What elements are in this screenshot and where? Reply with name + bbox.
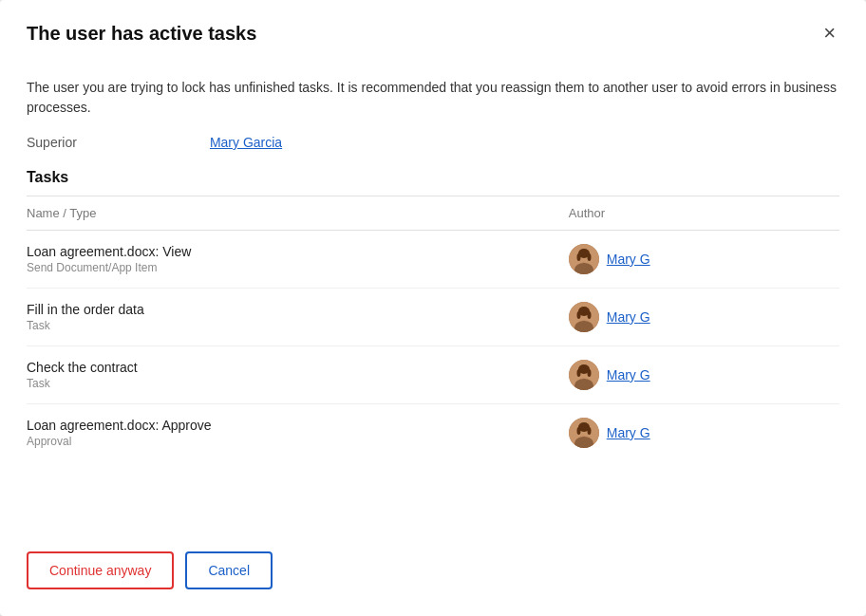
warning-text: The user you are trying to lock has unfi… [27,78,839,118]
task-name-cell: Fill in the order data Task [27,289,557,346]
superior-row: Superior Mary Garcia [27,135,839,150]
author-cell: Mary G [557,360,828,390]
svg-point-12 [576,311,580,319]
author-link[interactable]: Mary G [607,252,650,267]
task-name: Loan agreement.docx: Approve [27,418,546,433]
dialog-title: The user has active tasks [27,23,256,45]
author-link[interactable]: Mary G [607,425,650,440]
superior-link[interactable]: Mary Garcia [210,135,282,150]
column-header-author: Author [557,196,839,231]
dialog-footer: Continue anyway Cancel [0,532,866,616]
task-name-cell: Check the contract Task [27,346,557,404]
dialog-header: The user has active tasks × [0,0,866,61]
table-row: Loan agreement.docx: View Send Document/… [27,231,839,289]
svg-point-26 [576,427,580,435]
author-cell: Mary G [557,418,828,448]
author-link[interactable]: Mary G [607,367,650,383]
svg-point-5 [576,253,580,261]
task-author-cell: Mary G [557,289,839,346]
tasks-section: Tasks Name / Type Author Loan agreement.… [27,169,839,461]
task-type: Task [27,319,546,332]
author-cell: Mary G [557,302,828,332]
table-row: Loan agreement.docx: Approve Approval [27,404,839,462]
table-row: Check the contract Task [27,346,839,404]
close-button[interactable]: × [819,21,839,46]
svg-point-6 [587,253,591,261]
task-name-cell: Loan agreement.docx: Approve Approval [27,404,557,462]
svg-point-27 [587,427,591,435]
svg-point-13 [587,311,591,319]
continue-button[interactable]: Continue anyway [27,551,174,589]
table-header-row: Name / Type Author [27,196,839,231]
avatar [569,418,599,448]
task-name: Fill in the order data [27,302,546,317]
tasks-heading: Tasks [27,169,839,186]
author-link[interactable]: Mary G [607,309,650,325]
task-author-cell: Mary G [557,346,839,404]
superior-label: Superior [27,135,77,150]
avatar [569,360,599,390]
task-name-cell: Loan agreement.docx: View Send Document/… [27,231,557,289]
task-author-cell: Mary G [557,404,839,462]
table-row: Fill in the order data Task [27,289,839,346]
task-type: Task [27,377,546,390]
task-type: Approval [27,435,546,448]
svg-point-19 [576,369,580,377]
task-name: Loan agreement.docx: View [27,244,546,259]
task-author-cell: Mary G [557,231,839,289]
avatar [569,244,599,274]
author-cell: Mary G [557,244,828,274]
svg-point-20 [587,369,591,377]
dialog-body: The user you are trying to lock has unfi… [0,61,866,532]
tasks-table: Name / Type Author Loan agreement.docx: … [27,196,839,461]
task-type: Send Document/App Item [27,261,546,274]
task-name: Check the contract [27,360,546,375]
column-header-name: Name / Type [27,196,557,231]
dialog: The user has active tasks × The user you… [0,0,866,616]
avatar [569,302,599,332]
cancel-button[interactable]: Cancel [185,551,273,589]
